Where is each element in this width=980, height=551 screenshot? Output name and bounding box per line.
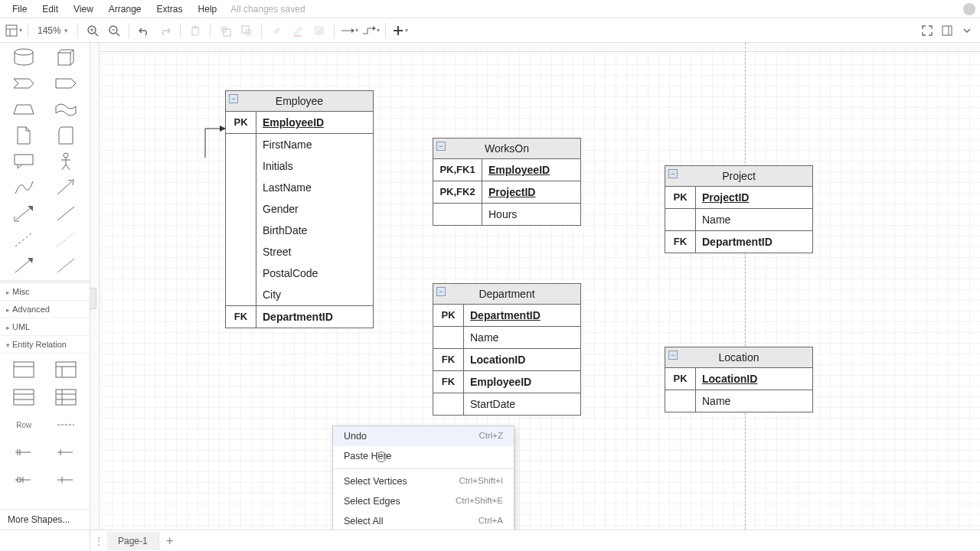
shadow-icon[interactable] [309,21,329,41]
ctx-select-all[interactable]: Select AllCtrl+A [333,511,514,530]
svg-line-8 [116,33,119,36]
ruler-vertical [90,43,100,530]
to-front-icon[interactable] [215,21,235,41]
er-row-label[interactable]: Row [5,413,44,436]
shape-open-arrow[interactable] [47,176,86,199]
redo-icon[interactable] [155,21,175,41]
shape-double-arrow[interactable] [5,202,44,225]
collapse-toggle-icon[interactable]: − [668,169,678,178]
menu-extras[interactable]: Extras [149,2,191,17]
fill-color-icon[interactable] [266,21,286,41]
fullscreen-icon[interactable] [917,21,937,41]
ctx-select-vertices[interactable]: Select VerticesCtrl+Shift+I [333,471,514,491]
ctx-select-edges[interactable]: Select EdgesCtrl+Shift+E [333,491,514,511]
menu-edit[interactable]: Edit [34,2,66,17]
context-menu: UndoCtrl+Z Paste Here Select VerticesCtr… [332,425,514,530]
delete-icon[interactable] [185,21,205,41]
svg-line-34 [16,207,31,220]
waypoint-icon[interactable]: ▾ [361,21,381,41]
canvas[interactable]: −Employee PKEmployeeID FirstName Initial… [90,43,980,530]
more-shapes-button[interactable]: More Shapes... [0,509,90,530]
svg-line-4 [95,33,98,36]
er-conn-zero[interactable] [5,468,44,491]
shape-page[interactable] [5,124,44,147]
palette-uml[interactable]: ▸UML [0,318,90,336]
svg-line-37 [57,233,74,246]
menu-view[interactable]: View [66,2,101,17]
undo-icon[interactable] [134,21,154,41]
er-conn-one[interactable] [47,413,86,436]
entity-project[interactable]: −Project PKProjectID Name FKDepartmentID [665,165,813,253]
shape-curve[interactable] [5,176,44,199]
zoom-control[interactable]: 145%▾ [33,25,73,36]
sidebar: ▸Misc ▸Advanced ▸UML ▾Entity Relation Ro… [0,43,90,530]
shape-cylinder[interactable] [5,46,44,69]
shape-dashed[interactable] [5,228,44,251]
collapse-toggle-icon[interactable]: − [229,94,238,103]
svg-rect-10 [192,28,198,35]
er-conn-many[interactable] [5,441,44,464]
shape-cube[interactable] [47,46,86,69]
shape-plain-line[interactable] [47,254,86,277]
ctx-paste-here[interactable]: Paste Here [333,446,514,466]
er-shape-table[interactable] [5,358,44,381]
svg-line-31 [62,165,66,170]
format-panel-icon[interactable] [937,21,957,41]
menu-arrange[interactable]: Arrange [101,2,149,17]
svg-rect-15 [245,29,252,36]
shape-arrow-shape[interactable] [47,72,86,95]
line-color-icon[interactable] [288,21,308,41]
shape-trapezoid[interactable] [5,98,44,121]
collapse-toggle-icon[interactable]: − [436,142,446,151]
sidebar-collapse-nub[interactable] [90,288,96,309]
svg-point-25 [15,49,33,55]
collapse-icon[interactable] [957,21,977,41]
er-conn-opt[interactable] [47,441,86,464]
svg-rect-42 [56,362,76,377]
palette-advanced[interactable]: ▸Advanced [0,301,90,318]
shape-wave[interactable] [47,98,86,121]
ruler-horizontal [90,43,980,52]
palette-groups: ▸Misc ▸Advanced ▸UML ▾Entity Relation Ro… [0,283,90,499]
palette-misc[interactable]: ▸Misc [0,283,90,301]
zoom-out-icon[interactable] [104,21,124,41]
er-shape-table2[interactable] [47,358,86,381]
er-shape-grid2[interactable] [47,386,86,409]
view-mode-button[interactable]: ▾ [3,21,23,41]
ctx-separator [333,468,514,469]
shape-arrow-line[interactable] [5,254,44,277]
svg-rect-23 [942,26,952,35]
er-shapes-panel: Row [0,354,90,499]
basic-shapes-panel [0,43,90,280]
share-icon[interactable] [963,3,975,15]
shape-thin-line[interactable] [47,202,86,225]
entity-department[interactable]: −Department PKDepartmentID Name FKLocati… [433,283,581,416]
entity-location[interactable]: −Location PKLocationID Name [665,347,813,412]
menu-help[interactable]: Help [191,2,225,17]
insert-icon[interactable]: ▾ [390,21,410,41]
svg-rect-18 [315,27,322,34]
ctx-undo[interactable]: UndoCtrl+Z [333,426,514,446]
menubar: File Edit View Arrange Extras Help All c… [0,0,980,18]
collapse-toggle-icon[interactable]: − [436,287,446,296]
to-back-icon[interactable] [237,21,256,41]
shape-dotted[interactable] [47,228,86,251]
er-conn-last[interactable] [47,468,86,491]
er-shape-grid1[interactable] [5,386,44,409]
connection-icon[interactable]: ▾ [339,21,359,41]
palette-entity-relation[interactable]: ▾Entity Relation [0,336,90,354]
entity-workson[interactable]: −WorksOn PK,FK1EmployeeID PK,FK2ProjectI… [433,138,581,226]
tab-grip-icon[interactable]: ⋮ [90,535,107,547]
shape-callout[interactable] [5,150,44,173]
zoom-in-icon[interactable] [83,21,103,41]
svg-rect-0 [6,25,17,36]
menu-file[interactable]: File [5,2,34,17]
svg-rect-17 [294,35,302,37]
entity-employee[interactable]: −Employee PKEmployeeID FirstName Initial… [225,90,374,328]
page-tab[interactable]: Page-1 [107,532,159,550]
shape-card[interactable] [47,124,86,147]
add-page-button[interactable]: + [159,534,181,548]
collapse-toggle-icon[interactable]: − [668,350,678,360]
shape-actor[interactable] [47,150,86,173]
shape-step[interactable] [5,72,44,95]
